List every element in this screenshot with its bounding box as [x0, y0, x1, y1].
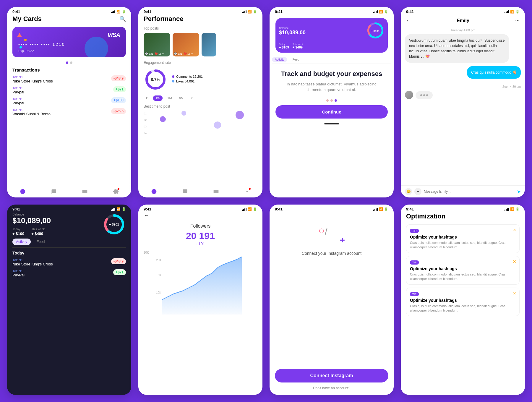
back-arrow-button[interactable]: ← — [144, 213, 149, 218]
tip-close-2[interactable]: ✕ — [513, 259, 516, 264]
svg-text:10K: 10K — [156, 291, 161, 294]
tx-date: 1/31/19 — [12, 86, 24, 90]
time-5: 9:41 — [12, 207, 20, 211]
slash-icon: / — [325, 226, 327, 237]
my-cards-content: My Cards 🔍 VISA •••• •••• •••• 1210 Exp.… — [7, 15, 131, 185]
tip-desc-3: Cras quis nulla commodo, aliquam lectus … — [410, 304, 516, 313]
nav-chat[interactable] — [50, 188, 57, 195]
hour-01: 01 — [144, 112, 147, 115]
card-followers: 9:41 📶 🔋 ← Followers 20 191 +191 20K 20K… — [138, 205, 262, 395]
donut-chart: 8.7% — [144, 68, 167, 91]
track-dot-2[interactable] — [330, 99, 333, 102]
time-1: 9:41 — [12, 9, 20, 14]
signal-icon-8 — [505, 208, 509, 211]
dark-tx-date-1: 1/31/19 — [12, 258, 53, 262]
battery-icon-4: 🔋 — [515, 10, 520, 14]
donut-row: 8.7% Comments 12,201 Likes 84,001 — [144, 68, 257, 91]
tab-1W[interactable]: 1W — [153, 95, 163, 101]
visa-logo: VISA — [18, 32, 120, 38]
add-button[interactable]: + — [414, 188, 421, 195]
tx-name: Paypal — [12, 101, 24, 105]
tip-close-1[interactable]: ✕ — [513, 228, 516, 232]
nav-chat-2[interactable] — [181, 188, 189, 195]
tip-card-1: TIP ✕ Optimize your hashtags Cras quis n… — [406, 224, 520, 253]
visa-card: VISA •••• •••• •••• 1210 Exp. 06/22 — [12, 27, 126, 57]
table-row: 1/31/19Paypal +$71 — [12, 86, 126, 94]
tx-date: 1/31/19 — [12, 97, 24, 101]
status-icons-2: 📶 🔋 — [242, 10, 257, 14]
mini-week: This week + $489 — [293, 43, 303, 49]
legend-likes: Likes 84,001 — [172, 80, 203, 83]
time-tabs: D 1W 1M 6M Y — [144, 95, 257, 101]
message-sent-row: Cras quis nulla commodo 🍕 — [405, 66, 521, 82]
bottom-nav-1 — [7, 185, 131, 197]
nav-settings[interactable] — [112, 188, 119, 195]
tip-desc-1: Cras quis nulla commodo, aliquam lectus … — [410, 241, 516, 250]
tab-Y[interactable]: Y — [188, 95, 195, 101]
card-dot-1[interactable] — [66, 61, 68, 64]
dark-tab-activity[interactable]: Activity — [12, 239, 31, 245]
tx-name: Nike Store King's Cross — [12, 79, 53, 83]
tab-6M[interactable]: 6M — [177, 95, 186, 101]
track-dot-3[interactable] — [335, 99, 337, 102]
mini-stats: Today + $109 This week + $489 — [279, 43, 384, 49]
comments-label: Comments 12,201 — [176, 75, 203, 78]
status-bar-2: 9:41 📶 🔋 — [138, 7, 262, 15]
followers-count: 20 191 — [138, 231, 262, 241]
seen-label: Seen 4:50 pm — [405, 85, 521, 88]
track-title: Track and budget your expenses — [278, 70, 385, 78]
tx-name: Paypal — [12, 90, 24, 94]
nav-cards[interactable] — [81, 188, 88, 195]
hour-03: 03 — [144, 125, 147, 128]
track-desc: In hac habitasse platea dictumst. Vivamu… — [278, 81, 385, 93]
tip-close-3[interactable]: ✕ — [513, 291, 516, 296]
tip-title-1: Optimize your hashtags — [410, 235, 516, 239]
track-hero: Track and budget your expenses In hac ha… — [270, 64, 394, 96]
top-posts-label: Top posts — [144, 26, 257, 30]
status-bar-7: 9:41 📶 🔋 — [270, 205, 394, 213]
bottom-nav-2 — [138, 185, 262, 197]
search-button[interactable]: 🔍 — [119, 16, 126, 22]
followers-chart-area: 20K 20K 15K 10K — [138, 251, 262, 395]
dark-tx-date-2: 1/31/19 — [12, 269, 25, 273]
battery-icon-5: 🔋 — [122, 207, 126, 211]
chat-more-button[interactable]: ··· — [515, 17, 520, 24]
chat-back-button[interactable]: ← — [406, 18, 411, 23]
status-bar-1: 9:41 📶 🔋 — [7, 7, 131, 15]
mini-tab-feed[interactable]: Feed — [290, 57, 302, 62]
emoji-button[interactable]: 😊 — [405, 188, 412, 195]
dark-table-row-2: 1/31/19 PayPal +$71 — [12, 269, 126, 277]
tab-D[interactable]: D — [144, 95, 151, 101]
connect-label: Connect your Instagram account — [302, 251, 361, 256]
card-dot-2[interactable] — [70, 61, 72, 64]
status-icons-3: 📶 🔋 — [373, 10, 388, 14]
dark-tx-name-1: Nike Store King's Cross — [12, 262, 53, 266]
connect-instagram-button[interactable]: Connect Instagram — [275, 369, 388, 382]
tab-1M[interactable]: 1M — [165, 95, 174, 101]
battery-icon-8: 🔋 — [515, 207, 520, 211]
dark-tab-feed[interactable]: Feed — [33, 239, 48, 245]
dark-week-label: This week — [31, 228, 45, 231]
engagement-legend: Comments 12,201 Likes 84,001 — [172, 75, 203, 84]
dark-tabs: Activity Feed — [12, 236, 126, 248]
tx-date: 1/31/19 — [12, 75, 53, 79]
mini-tab-activity[interactable]: Activity — [272, 57, 287, 62]
followers-header: ← — [138, 213, 262, 219]
chat-date: Tuesday 4:00 pm — [401, 28, 525, 32]
track-dot-1[interactable] — [326, 99, 329, 102]
nav-settings-2[interactable] — [244, 188, 251, 195]
send-button[interactable]: ➤ — [517, 189, 521, 194]
nav-home[interactable] — [19, 188, 26, 195]
time-2: 9:41 — [144, 9, 151, 14]
bubble-2 — [160, 116, 166, 122]
tx-amount: +$100 — [111, 97, 126, 103]
nav-home-2[interactable] — [150, 188, 158, 195]
message-received-1: Vestibulum rutrum quam vitae fringilla t… — [405, 34, 509, 63]
continue-button[interactable]: Continue — [275, 105, 388, 119]
card-number: •••• •••• •••• 1210 — [18, 42, 120, 47]
no-account-link[interactable]: Don't have an account? — [313, 386, 350, 390]
nav-cards-2[interactable] — [213, 188, 220, 195]
wifi-icon-2: 📶 — [248, 10, 252, 14]
status-icons-5: 📶 🔋 — [111, 207, 126, 211]
message-input[interactable] — [424, 189, 515, 194]
